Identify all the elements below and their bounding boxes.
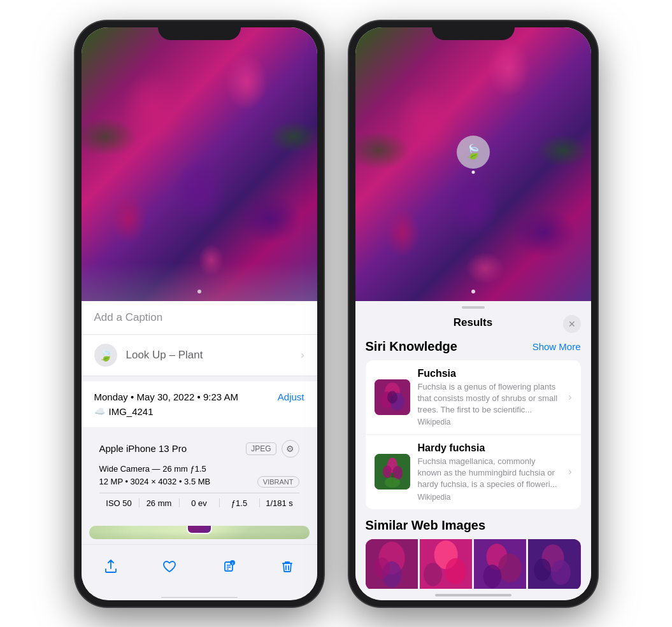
- svg-point-32: [534, 558, 552, 581]
- exif-shutter: 1/181 s: [260, 498, 299, 508]
- hardy-fuchsia-thumbnail: [375, 454, 410, 490]
- exif-iso: ISO 50: [99, 498, 139, 508]
- page-dot: [197, 290, 201, 293]
- exif-aperture: ƒ1.5: [220, 498, 259, 508]
- leaf-icon: 🍃: [99, 348, 113, 362]
- knowledge-card: Fuchsia Fuchsia is a genus of flowering …: [366, 360, 581, 509]
- home-indicator-left: [161, 597, 238, 598]
- hardy-fuchsia-source: Wikipedia: [418, 493, 561, 502]
- hardy-fuchsia-description: Fuchsia magellanica, commonly known as t…: [418, 456, 561, 491]
- similar-web-title: Similar Web Images: [366, 518, 581, 533]
- style-badge: VIBRANT: [257, 476, 299, 488]
- knowledge-item-hardy-fuchsia[interactable]: Hardy fuchsia Fuchsia magellanica, commo…: [366, 435, 581, 509]
- specs-text: 12 MP • 3024 × 4032 • 3.5 MB: [99, 477, 211, 486]
- format-badges: JPEG ⚙: [246, 440, 299, 458]
- date-text: Monday • May 30, 2022 • 9:23 AM: [94, 391, 238, 402]
- cloud-icon: ☁️: [94, 406, 105, 416]
- svg-point-10: [387, 391, 397, 404]
- svg-point-24: [424, 563, 442, 586]
- leaf-icon-right: 🍃: [464, 144, 482, 160]
- map-preview[interactable]: [89, 526, 310, 539]
- exif-ev: 0 ev: [180, 498, 219, 508]
- svg-point-16: [385, 477, 400, 488]
- similar-image-1[interactable]: [366, 539, 418, 589]
- hardy-fuchsia-name: Hardy fuchsia: [418, 442, 561, 454]
- filename-text: IMG_4241: [109, 406, 154, 417]
- info-section: Monday • May 30, 2022 • 9:23 AM Adjust ☁…: [82, 381, 317, 427]
- device-name: Apple iPhone 13 Pro: [99, 443, 187, 454]
- lookup-row[interactable]: 🍃 Look Up – Plant ›: [82, 335, 317, 376]
- left-phone: Add a Caption 🍃 Look Up – Plant › Monday…: [75, 21, 324, 607]
- share-button[interactable]: [97, 553, 125, 581]
- filename-row: ☁️ IMG_4241: [94, 406, 304, 417]
- camera-lens: Wide Camera — 26 mm ƒ1.5: [99, 464, 299, 474]
- svg-point-28: [483, 565, 501, 588]
- exif-row: ISO 50 26 mm 0 ev ƒ1.5 1/181 s: [99, 493, 299, 508]
- photo-view-right[interactable]: 🍃: [355, 27, 591, 301]
- favorite-button[interactable]: [155, 553, 183, 581]
- page-dot-right: [471, 290, 475, 293]
- left-phone-screen: Add a Caption 🍃 Look Up – Plant › Monday…: [82, 27, 317, 600]
- device-section: Apple iPhone 13 Pro JPEG ⚙ Wide Camera —…: [89, 432, 310, 516]
- svg-point-31: [551, 560, 571, 584]
- gear-button[interactable]: ⚙: [282, 440, 299, 458]
- hardy-fuchsia-info: Hardy fuchsia Fuchsia magellanica, commo…: [418, 442, 561, 502]
- caption-placeholder[interactable]: Add a Caption: [94, 311, 163, 323]
- lookup-icon: 🍃: [94, 344, 117, 367]
- svg-point-23: [445, 558, 466, 584]
- similar-image-4[interactable]: [528, 539, 580, 589]
- map-thumbnail: [187, 526, 212, 534]
- show-more-button[interactable]: Show More: [533, 341, 581, 352]
- format-badge: JPEG: [246, 442, 276, 455]
- knowledge-item-fuchsia[interactable]: Fuchsia Fuchsia is a genus of flowering …: [366, 360, 581, 435]
- camera-specs: 12 MP • 3024 × 4032 • 3.5 MB VIBRANT: [99, 476, 299, 488]
- exif-focal: 26 mm: [139, 498, 179, 508]
- info-button[interactable]: i: [215, 553, 243, 581]
- results-sheet: Results ✕ Siri Knowledge Show More: [355, 301, 591, 600]
- lookup-label: Look Up – Plant: [126, 349, 203, 362]
- svg-point-20: [374, 557, 390, 578]
- bottom-toolbar: i: [82, 544, 317, 593]
- lookup-chevron: ›: [301, 349, 304, 361]
- hardy-fuchsia-chevron: ›: [568, 466, 571, 477]
- close-button[interactable]: ✕: [563, 315, 581, 333]
- similar-image-2[interactable]: [420, 539, 472, 589]
- caption-area[interactable]: Add a Caption: [82, 301, 317, 335]
- fuchsia-description: Fuchsia is a genus of flowering plants t…: [418, 381, 561, 416]
- right-phone-notch: [432, 21, 515, 40]
- date-row: Monday • May 30, 2022 • 9:23 AM Adjust: [94, 391, 304, 402]
- siri-knowledge-header: Siri Knowledge Show More: [366, 339, 581, 354]
- svg-point-27: [498, 553, 522, 582]
- similar-images-grid: [366, 539, 581, 589]
- photo-view-left[interactable]: [82, 27, 317, 301]
- lookup-dot: [471, 171, 475, 174]
- fuchsia-source: Wikipedia: [418, 418, 561, 426]
- fuchsia-name: Fuchsia: [418, 368, 561, 379]
- svg-point-13: [383, 465, 392, 478]
- adjust-button[interactable]: Adjust: [278, 391, 304, 402]
- fuchsia-chevron: ›: [568, 391, 571, 403]
- fuchsia-thumbnail: [375, 379, 410, 415]
- siri-knowledge-title: Siri Knowledge: [366, 339, 457, 354]
- device-row: Apple iPhone 13 Pro JPEG ⚙: [99, 440, 299, 458]
- right-phone: 🍃 Results ✕ Siri Knowledge Show More: [349, 21, 597, 607]
- fuchsia-info: Fuchsia Fuchsia is a genus of flowering …: [418, 368, 561, 427]
- sheet-header: Results ✕: [355, 309, 591, 334]
- visual-lookup-button[interactable]: 🍃: [457, 136, 490, 169]
- sheet-content: Siri Knowledge Show More: [355, 334, 591, 589]
- home-indicator-right: [435, 594, 511, 596]
- right-phone-screen: 🍃 Results ✕ Siri Knowledge Show More: [355, 27, 591, 600]
- left-phone-notch: [158, 21, 241, 40]
- delete-button[interactable]: [273, 553, 301, 581]
- sheet-title: Results: [454, 316, 492, 329]
- similar-image-3[interactable]: [474, 539, 526, 589]
